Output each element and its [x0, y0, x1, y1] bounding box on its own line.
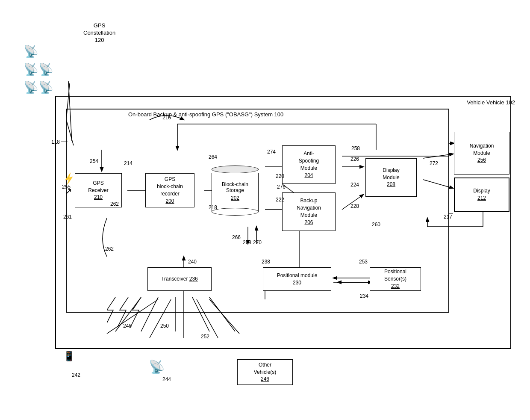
positional-sensors-box: Positional Sensor(s) 232: [370, 267, 421, 291]
ref-216: 216: [162, 115, 171, 121]
ref-262a: 262: [110, 201, 119, 208]
navigation-module-box: Navigation Module 256: [454, 132, 509, 175]
other-vehicles-box: Other Vehicle(s) 246: [237, 359, 293, 385]
svg-line-10: [423, 180, 453, 188]
antenna-icon: ⚡: [62, 172, 76, 186]
ref-253: 253: [359, 259, 368, 266]
ref-224: 224: [350, 182, 359, 189]
ref-266: 266: [232, 234, 241, 241]
ref-254: 254: [90, 158, 98, 165]
gps-constellation-label: GPS Constellation 120: [83, 22, 115, 44]
ref-238: 238: [262, 259, 270, 266]
ref-268: 268: [243, 240, 251, 246]
svg-line-33: [66, 83, 70, 120]
ref-228: 228: [350, 203, 359, 210]
ref-276: 276: [277, 184, 286, 191]
display-module-box: Display Module 208: [365, 158, 417, 197]
blockchain-storage-cylinder: Block-chainStorage 202: [212, 163, 259, 218]
svg-line-9: [423, 154, 453, 158]
ref-217: 217: [444, 214, 452, 221]
ref-240: 240: [188, 259, 197, 266]
backup-nav-box: Backup Navigation Module 206: [282, 192, 336, 231]
ref-222: 222: [276, 197, 284, 204]
gps-satellites: 📡📡📡📡📡: [24, 43, 53, 97]
ref-260: 260: [372, 222, 380, 228]
ref-118: 118: [51, 139, 60, 146]
cell-tower-242: 📱: [63, 351, 75, 362]
vehicle-label: Vehicle Vehicle 102: [467, 99, 515, 106]
display-box: Display 212: [454, 177, 509, 212]
ref-272: 272: [430, 160, 438, 167]
ref-274: 274: [267, 149, 276, 156]
ref-242: 242: [72, 372, 80, 379]
ref-214: 214: [124, 160, 132, 167]
ref-226: 226: [350, 156, 359, 163]
svg-line-34: [66, 120, 74, 145]
ref-262b: 262: [105, 246, 114, 253]
satellite-dish-244: 📡: [149, 359, 165, 374]
ref-261: 261: [63, 214, 72, 221]
svg-line-42: [115, 297, 141, 331]
anti-spoofing-box: Anti- Spoofing Module 204: [282, 145, 336, 184]
ref-220: 220: [276, 173, 284, 180]
svg-line-45: [192, 297, 209, 331]
ref-270: 270: [253, 240, 262, 246]
positional-module-box: Positional module 230: [263, 267, 331, 291]
lightning-signal-1: ↗: [65, 186, 72, 196]
svg-line-46: [209, 297, 235, 331]
ref-264: 264: [209, 154, 217, 161]
transceiver-box: Transceiver 236: [147, 267, 212, 291]
ref-234: 234: [360, 293, 368, 300]
gps-blockchain-recorder-box: GPS block-chain recorder 200: [145, 173, 194, 207]
svg-line-43: [141, 297, 158, 331]
ref-258: 258: [351, 145, 360, 152]
ref-244: 244: [162, 376, 171, 383]
svg-line-2: [68, 81, 72, 141]
